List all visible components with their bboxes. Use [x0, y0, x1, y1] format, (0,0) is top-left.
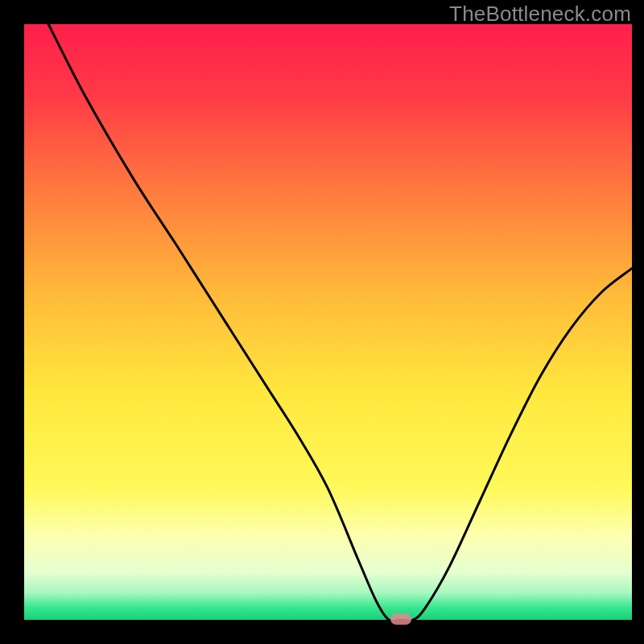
watermark-text: TheBottleneck.com: [449, 2, 631, 27]
chart-svg: [0, 0, 644, 644]
bottleneck-chart: TheBottleneck.com: [0, 0, 644, 644]
plot-background: [24, 24, 632, 620]
optimal-marker: [390, 613, 411, 625]
